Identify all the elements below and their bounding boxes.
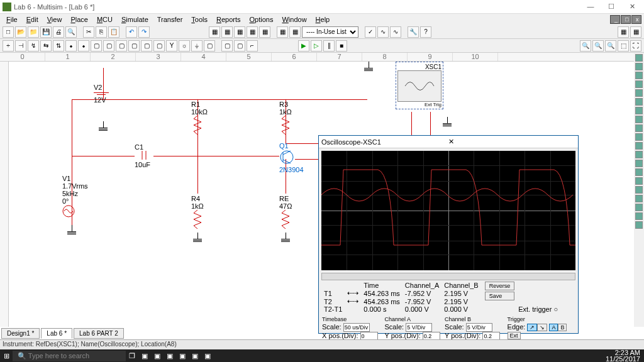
menu-file[interactable]: File [3, 16, 21, 23]
open-button[interactable]: 📂 [15, 26, 26, 38]
chb-scale[interactable] [466, 323, 492, 332]
osc-scrollbar[interactable] [321, 273, 575, 280]
app-5[interactable]: ▣ [189, 352, 201, 360]
c2[interactable]: ⊣ [15, 40, 26, 52]
comp-v1[interactable]: V1 1.7Vrms 5kHz 0° [62, 175, 88, 219]
inst-16[interactable] [635, 186, 643, 194]
redo-button[interactable]: ↷ [138, 26, 150, 38]
c5[interactable]: ⇅ [53, 40, 64, 52]
c16[interactable]: ⏚ [191, 40, 203, 52]
menu-view[interactable]: View [43, 16, 66, 23]
tb-e[interactable]: ▦ [259, 26, 270, 38]
osc-close-icon[interactable]: ✕ [448, 138, 575, 146]
close-button[interactable]: ✕ [623, 3, 641, 11]
inst-13[interactable] [635, 160, 643, 167]
inst-9[interactable] [635, 124, 643, 132]
mdi-max[interactable]: □ [621, 15, 631, 24]
menu-mcu[interactable]: MCU [93, 16, 116, 23]
edge-rise[interactable]: ↗ [527, 324, 537, 331]
c10[interactable]: ▢ [116, 40, 127, 52]
help-button[interactable]: ? [420, 26, 431, 38]
timebase-scale[interactable] [343, 323, 370, 332]
c20[interactable]: ⌐ [247, 40, 258, 52]
tb-a[interactable]: ▦ [209, 26, 220, 38]
app-1[interactable]: ▣ [138, 352, 151, 360]
pause-button[interactable]: ‖ [323, 40, 335, 52]
gnd-4[interactable] [281, 233, 290, 239]
c19[interactable]: ▢ [234, 40, 245, 52]
preview-button[interactable]: 🔍 [65, 26, 77, 38]
new-button[interactable]: □ [3, 26, 14, 38]
menu-simulate[interactable]: Simulate [118, 16, 152, 23]
tab-design1[interactable]: Design1 * [1, 328, 40, 339]
paste-button[interactable]: 📋 [108, 26, 119, 38]
minimize-button[interactable]: — [581, 3, 600, 10]
c17[interactable]: ▢ [204, 40, 215, 52]
comp-c1[interactable]: C1 10uF [135, 143, 153, 168]
menu-window[interactable]: Window [278, 16, 310, 23]
inst-15[interactable] [635, 177, 643, 185]
zoomin-button[interactable]: 🔍 [580, 40, 591, 52]
c18[interactable]: ▢ [221, 40, 233, 52]
inst-18[interactable] [635, 204, 643, 211]
inst-11[interactable] [635, 142, 643, 150]
comp-re[interactable]: RE 47Ω [279, 195, 292, 230]
inst-12[interactable] [635, 151, 643, 158]
c7[interactable]: ⬥ [78, 40, 89, 52]
menu-edit[interactable]: Edit [23, 16, 42, 23]
gnd-5[interactable] [364, 62, 373, 69]
inst-1[interactable] [635, 54, 643, 62]
inst-2[interactable] [635, 63, 643, 70]
inst-6[interactable] [635, 98, 643, 106]
tb-d[interactable]: ▦ [247, 26, 258, 38]
gnd-1[interactable] [99, 121, 108, 128]
gnd-2[interactable] [67, 225, 76, 232]
undo-button[interactable]: ↶ [126, 26, 137, 38]
tb-r1[interactable]: ▦ [618, 26, 629, 38]
save-button[interactable]: Save [485, 292, 515, 300]
comp-v2[interactable]: V2 12V [94, 84, 109, 104]
zoomfit-button[interactable]: 🔍 [605, 40, 616, 52]
inst-14[interactable] [635, 168, 643, 176]
inst-4[interactable] [635, 80, 643, 88]
edge-fall[interactable]: ↘ [537, 324, 547, 331]
comp-r1[interactable]: R1 10kΩ [191, 101, 208, 136]
app-3[interactable]: ▣ [164, 352, 176, 360]
gnd-6[interactable] [443, 117, 452, 124]
run-button[interactable]: ▶ [298, 40, 309, 52]
inuse-select[interactable]: ---- In-Use List ---- [302, 26, 358, 38]
mdi-min[interactable]: _ [610, 15, 620, 24]
inst-3[interactable] [635, 72, 643, 79]
inst-20[interactable] [635, 221, 643, 229]
tb-i[interactable]: ∿ [377, 26, 389, 38]
play-button[interactable]: ▷ [311, 40, 322, 52]
reverse-button[interactable]: Reverse [485, 282, 515, 290]
tb-b[interactable]: ▦ [221, 26, 233, 38]
tb-h[interactable]: ✓ [365, 26, 376, 38]
c11[interactable]: ▢ [128, 40, 140, 52]
tb-k[interactable]: 🔧 [408, 26, 419, 38]
menu-transfer[interactable]: Transfer [153, 16, 187, 23]
comp-xsc1[interactable]: XSC1 Ext Trig [396, 62, 443, 109]
copy-button[interactable]: ⎘ [96, 26, 107, 38]
c1[interactable]: ÷ [3, 40, 14, 52]
inst-19[interactable] [635, 212, 643, 220]
c14[interactable]: Y [166, 40, 177, 52]
tb-c[interactable]: ▦ [234, 26, 245, 38]
inst-5[interactable] [635, 89, 643, 97]
c8[interactable]: ▢ [91, 40, 102, 52]
stop-button[interactable]: ■ [336, 40, 347, 52]
app-4[interactable]: ▣ [176, 352, 189, 360]
comp-r4[interactable]: R4 1kΩ [191, 195, 204, 230]
cha-scale[interactable] [406, 323, 432, 332]
mdi-close[interactable]: x [631, 15, 641, 24]
c13[interactable]: ▢ [153, 40, 165, 52]
app-2[interactable]: ▣ [151, 352, 164, 360]
c3[interactable]: ↯ [28, 40, 39, 52]
osc-screen[interactable] [321, 151, 575, 270]
oscilloscope-window[interactable]: Oscilloscope-XSC1 ✕ TimeChannel_AChannel… [318, 135, 579, 334]
tb-g[interactable]: ▦ [289, 26, 301, 38]
c4[interactable]: ⇆ [40, 40, 52, 52]
zoomarea-button[interactable]: ⬚ [618, 40, 629, 52]
c6[interactable]: ⬥ [65, 40, 77, 52]
